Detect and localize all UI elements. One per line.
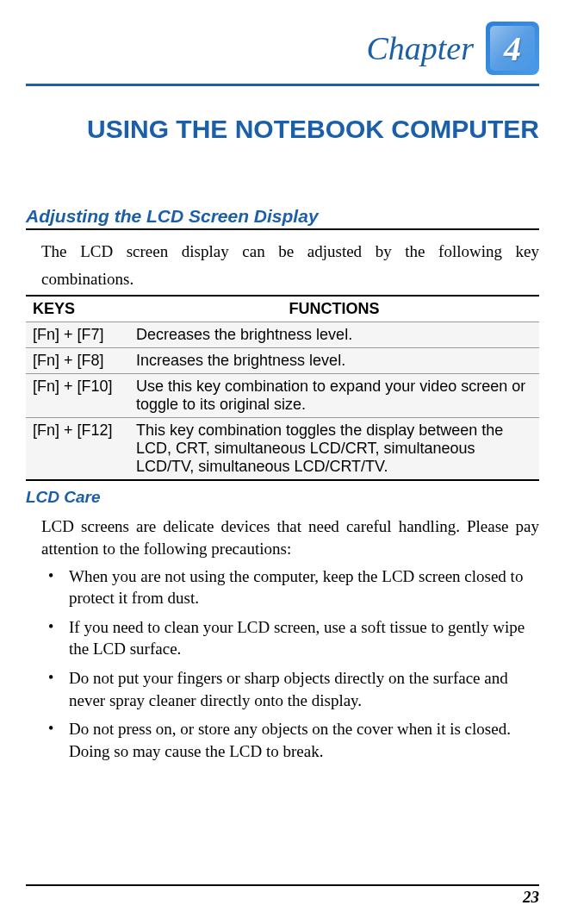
precautions-list: When you are not using the computer, kee… — [41, 565, 539, 763]
cell-function: Decreases the brightness level. — [129, 322, 539, 348]
chapter-number: 4 — [504, 28, 521, 69]
page-title: USING THE NOTEBOOK COMPUTER — [26, 112, 539, 146]
section2-intro: LCD screens are delicate devices that ne… — [41, 515, 539, 559]
page-number: 23 — [523, 888, 539, 906]
table-row: [Fn] + [F12] This key combination toggle… — [26, 418, 539, 481]
cell-function: Use this key combination to expand your … — [129, 374, 539, 418]
table-row: [Fn] + [F10] Use this key combination to… — [26, 374, 539, 418]
section1-intro-line1: The LCD screen display can be adjusted b… — [41, 240, 539, 263]
cell-keys: [Fn] + [F10] — [26, 374, 129, 418]
cell-function: Increases the brightness level. — [129, 348, 539, 374]
cell-function: This key combination toggles the display… — [129, 418, 539, 481]
cell-keys: [Fn] + [F8] — [26, 348, 129, 374]
chapter-number-badge: 4 — [486, 22, 539, 75]
section1-intro-line2: combinations. — [41, 268, 539, 290]
list-item: Do not press on, or store any objects on… — [41, 718, 539, 762]
header-keys: KEYS — [26, 296, 129, 322]
section-heading-lcd-display: Adjusting the LCD Screen Display — [26, 206, 539, 230]
page-footer: 23 — [26, 884, 539, 907]
cell-keys: [Fn] + [F7] — [26, 322, 129, 348]
table-header-row: KEYS FUNCTIONS — [26, 296, 539, 322]
cell-keys: [Fn] + [F12] — [26, 418, 129, 481]
chapter-label: Chapter — [366, 29, 474, 67]
list-item: If you need to clean your LCD screen, us… — [41, 616, 539, 660]
key-functions-table: KEYS FUNCTIONS [Fn] + [F7] Decreases the… — [26, 295, 539, 481]
list-item: Do not put your fingers or sharp objects… — [41, 667, 539, 711]
subsection-heading-lcd-care: LCD Care — [26, 488, 539, 507]
header-functions: FUNCTIONS — [129, 296, 539, 322]
chapter-header: Chapter 4 — [26, 22, 539, 75]
table-row: [Fn] + [F7] Decreases the brightness lev… — [26, 322, 539, 348]
header-divider — [26, 84, 539, 86]
table-row: [Fn] + [F8] Increases the brightness lev… — [26, 348, 539, 374]
list-item: When you are not using the computer, kee… — [41, 565, 539, 609]
